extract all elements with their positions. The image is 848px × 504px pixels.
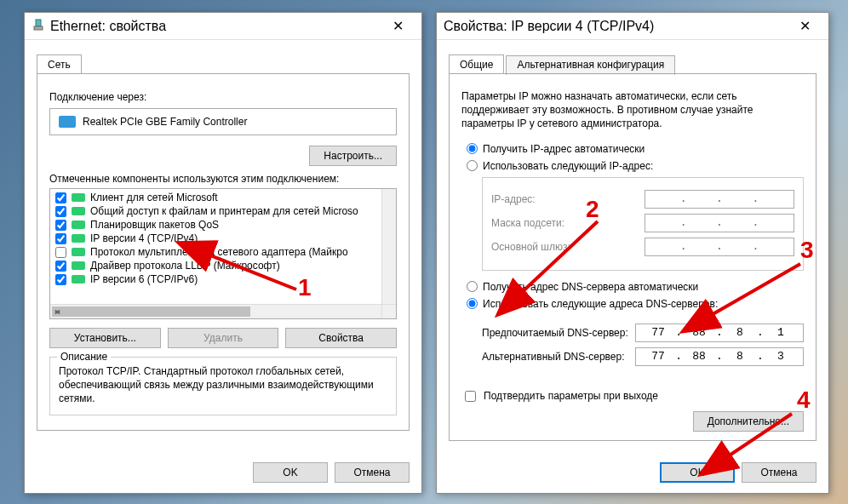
radio-ip-auto[interactable] — [467, 143, 478, 154]
component-item[interactable]: Планировщик пакетов QoS — [50, 218, 396, 232]
components-label: Отмеченные компоненты используются этим … — [49, 173, 397, 185]
ip-address-label: IP-адрес: — [491, 193, 645, 205]
ok-button[interactable]: OK — [253, 462, 328, 483]
configure-button[interactable]: Настроить... — [309, 146, 397, 166]
ethernet-properties-dialog: Ethernet: свойства ✕ Сеть Подключение че… — [24, 12, 422, 494]
protocol-icon — [72, 234, 85, 243]
component-checkbox[interactable] — [55, 192, 66, 203]
component-checkbox[interactable] — [55, 233, 66, 244]
network-adapter-icon — [32, 18, 45, 35]
window-title: Ethernet: свойства — [50, 19, 166, 34]
intro-text: Параметры IP можно назначать автоматичес… — [461, 89, 804, 131]
cancel-button[interactable]: Отмена — [335, 462, 410, 483]
close-icon[interactable]: ✕ — [381, 18, 415, 34]
radio-ip-manual-label: Использовать следующий IP-адрес: — [483, 160, 653, 172]
component-item[interactable]: Драйвер протокола LLDP (Майкрософт) — [50, 259, 396, 272]
tab-network[interactable]: Сеть — [37, 54, 82, 74]
ip-fields-group: IP-адрес: ... Маска подсети: ... Основно… — [482, 177, 804, 271]
radio-dns-manual-label: Использовать следующие адреса DNS-сервер… — [483, 298, 718, 310]
svg-rect-0 — [36, 20, 41, 26]
component-checkbox[interactable] — [55, 274, 66, 285]
tab-alternate-config[interactable]: Альтернативная конфигурация — [506, 55, 675, 75]
tab-panel-network: Подключение через: Realtek PCIe GBE Fami… — [37, 73, 410, 431]
description-text: Протокол TCP/IP. Стандартный протокол гл… — [59, 364, 387, 406]
radio-dns-manual[interactable] — [467, 298, 478, 309]
component-checkbox[interactable] — [55, 247, 66, 258]
protocol-icon — [72, 193, 85, 202]
adapter-selector[interactable]: Realtek PCIe GBE Family Controller — [49, 108, 397, 135]
dns-alternate-input[interactable]: 77. 88. 8. 3 — [635, 347, 804, 366]
component-checkbox[interactable] — [55, 206, 66, 217]
cancel-button[interactable]: Отмена — [742, 462, 816, 483]
close-icon[interactable]: ✕ — [788, 18, 822, 34]
component-checkbox[interactable] — [55, 220, 66, 231]
titlebar[interactable]: Свойства: IP версии 4 (TCP/IPv4) ✕ — [437, 13, 828, 40]
install-button[interactable]: Установить... — [49, 328, 161, 348]
tab-panel-general: Параметры IP можно назначать автоматичес… — [449, 73, 816, 441]
dns-alternate-label: Альтернативный DNS-сервер: — [482, 351, 635, 363]
component-item[interactable]: Протокол мультиплексора сетевого адаптер… — [50, 245, 396, 259]
scrollbar-horizontal[interactable]: ◄► — [50, 304, 381, 318]
remove-button[interactable]: Удалить — [168, 328, 279, 348]
radio-dns-auto-label: Получить адрес DNS-сервера автоматически — [483, 281, 698, 293]
component-item[interactable]: IP версии 4 (TCP/IPv4) — [50, 232, 396, 245]
validate-on-exit-checkbox[interactable] — [465, 391, 476, 402]
radio-dns-auto[interactable] — [467, 281, 478, 292]
dns-fields-group: Предпочитаемый DNS-сервер: 77. 88. 8. 1 … — [482, 315, 804, 375]
description-legend: Описание — [57, 351, 111, 363]
component-item[interactable]: IP версии 6 (TCP/IPv6) — [50, 272, 396, 286]
protocol-icon — [72, 207, 85, 215]
adapter-name: Realtek PCIe GBE Family Controller — [83, 116, 247, 128]
component-label: Драйвер протокола LLDP (Майкрософт) — [90, 260, 280, 272]
protocol-icon — [72, 275, 85, 284]
component-label: Протокол мультиплексора сетевого адаптер… — [90, 246, 348, 258]
connect-through-label: Подключение через: — [49, 91, 397, 103]
dns-preferred-label: Предпочитаемый DNS-сервер: — [482, 327, 635, 339]
subnet-mask-input: ... — [645, 214, 794, 232]
ip-address-input: ... — [645, 190, 794, 209]
svg-rect-1 — [34, 26, 43, 30]
components-listbox[interactable]: Клиент для сетей MicrosoftОбщий доступ к… — [49, 188, 397, 319]
protocol-icon — [72, 248, 85, 256]
validate-on-exit-label: Подтвердить параметры при выходе — [484, 390, 658, 402]
protocol-icon — [72, 261, 85, 270]
subnet-mask-label: Маска подсети: — [491, 217, 645, 229]
radio-ip-auto-label: Получить IP-адрес автоматически — [483, 143, 645, 155]
component-item[interactable]: Общий доступ к файлам и принтерам для се… — [50, 204, 396, 218]
properties-button[interactable]: Свойства — [285, 328, 397, 348]
component-label: Общий доступ к файлам и принтерам для се… — [90, 205, 358, 217]
ipv4-properties-dialog: Свойства: IP версии 4 (TCP/IPv4) ✕ Общие… — [436, 12, 829, 494]
protocol-icon — [72, 220, 85, 229]
component-item[interactable]: Клиент для сетей Microsoft — [50, 191, 396, 204]
component-label: IP версии 4 (TCP/IPv4) — [90, 232, 198, 244]
ok-button[interactable]: OK — [660, 462, 735, 483]
gateway-label: Основной шлюз: — [491, 241, 645, 253]
advanced-button[interactable]: Дополнительно... — [693, 411, 804, 432]
component-label: Клиент для сетей Microsoft — [90, 192, 218, 203]
component-checkbox[interactable] — [55, 261, 66, 272]
component-label: Планировщик пакетов QoS — [90, 219, 219, 231]
gateway-input: ... — [645, 238, 794, 256]
window-title: Свойства: IP версии 4 (TCP/IPv4) — [444, 19, 654, 34]
tab-general[interactable]: Общие — [449, 54, 504, 74]
description-group: Описание Протокол TCP/IP. Стандартный пр… — [49, 357, 397, 415]
scrollbar-vertical[interactable] — [381, 189, 396, 304]
radio-ip-manual[interactable] — [467, 160, 478, 171]
titlebar[interactable]: Ethernet: свойства ✕ — [25, 13, 421, 40]
monitor-icon — [59, 116, 76, 128]
component-label: IP версии 6 (TCP/IPv6) — [90, 273, 198, 285]
dns-preferred-input[interactable]: 77. 88. 8. 1 — [635, 324, 804, 342]
